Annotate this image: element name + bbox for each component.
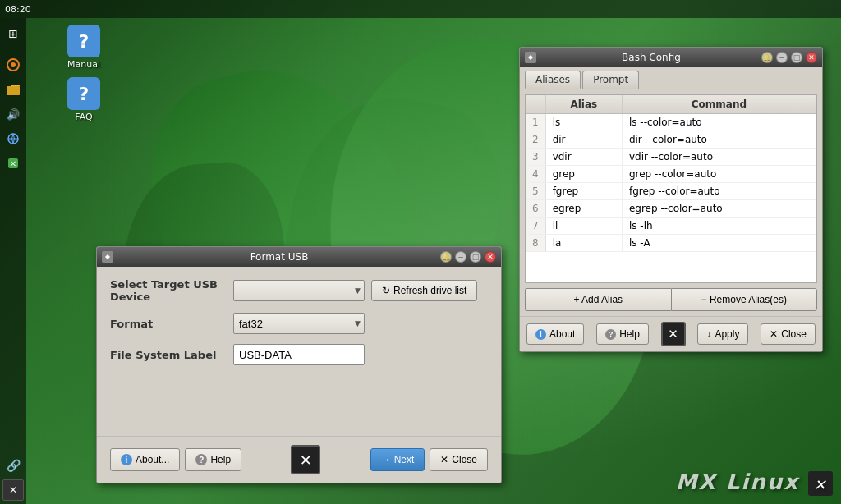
row-command: vdir --color=auto (622, 149, 816, 166)
help-label: Help (210, 454, 231, 465)
minimize-btn[interactable]: − (455, 251, 466, 263)
mx-logo-button[interactable]: ✕ (291, 445, 320, 474)
bash-help-icon: ? (605, 329, 616, 340)
format-usb-title: Format USB (118, 251, 440, 263)
bash-minimize-btn[interactable]: − (776, 52, 788, 63)
bash-close-window-button[interactable]: ✕ Close (761, 323, 816, 345)
table-row[interactable]: 5 fgrep fgrep --color=auto (526, 183, 816, 200)
bash-config-window: Bash Config 🔔 − □ ✕ Aliases Prompt Alias (519, 47, 823, 352)
bash-mx-x-icon: ✕ (668, 327, 678, 341)
format-usb-footer: i About... ? Help ✕ → Next ✕ (97, 436, 501, 483)
browser-button[interactable] (2, 54, 24, 76)
row-command: ls -lh (622, 218, 816, 235)
table-row[interactable]: 4 grep grep --color=auto (526, 166, 816, 183)
aliases-actions: + Add Alias − Remove Alias(es) (525, 288, 817, 311)
tab-prompt[interactable]: Prompt (582, 71, 639, 89)
col-num (526, 95, 545, 114)
about-button[interactable]: i About... (110, 448, 180, 471)
row-command: dir --color=auto (622, 131, 816, 149)
taskbar-left: ⊞ 🔊 ✕ 🔗 ✕ (0, 18, 26, 504)
table-row[interactable]: 2 dir dir --color=auto (526, 131, 816, 149)
sound-button[interactable]: 🔊 (2, 103, 24, 125)
bash-mx-logo-button[interactable]: ✕ (661, 322, 686, 346)
mx-bottom-button[interactable]: ✕ (2, 479, 24, 501)
aliases-content: Alias Command 1 ls ls --color=auto 2 dir… (520, 94, 822, 283)
aliases-table-wrapper[interactable]: Alias Command 1 ls ls --color=auto 2 dir… (525, 94, 817, 283)
tab-aliases[interactable]: Aliases (525, 71, 581, 89)
bash-notify-btn[interactable]: 🔔 (761, 52, 773, 63)
svg-text:✕: ✕ (813, 476, 827, 493)
bash-about-button[interactable]: i About (526, 323, 584, 345)
bash-apply-button[interactable]: ↓ Apply (697, 323, 748, 345)
row-command: ls -A (622, 235, 816, 252)
apps-button[interactable]: ⊞ (2, 23, 24, 44)
col-command: Command (622, 95, 816, 114)
bash-help-button[interactable]: ? Help (596, 323, 649, 345)
help-button[interactable]: ? Help (185, 448, 241, 471)
about-label: About... (136, 454, 169, 465)
format-usb-window: Format USB 🔔 − □ ✕ Select Target USB Dev… (96, 246, 502, 483)
bash-about-label: About (549, 328, 575, 340)
bash-maximize-btn[interactable]: □ (791, 52, 802, 63)
footer-left-buttons: i About... ? Help (110, 448, 241, 471)
format-row: Format fat32 (110, 313, 488, 334)
row-alias: egrep (545, 200, 622, 218)
files-button[interactable] (2, 79, 24, 100)
format-usb-titlebar[interactable]: Format USB 🔔 − □ ✕ (97, 247, 501, 267)
row-alias: ls (545, 114, 622, 131)
manual-label: Manual (67, 59, 100, 70)
target-device-row: Select Target USB Device ↻ Refresh drive… (110, 278, 488, 303)
bash-config-titlebar[interactable]: Bash Config 🔔 − □ ✕ (520, 48, 822, 67)
mx-linux-logo: MX Linux ✕ (676, 470, 833, 496)
add-alias-button[interactable]: + Add Alias (525, 288, 671, 311)
close-window-button[interactable]: ✕ Close (430, 448, 488, 471)
refresh-icon: ↻ (382, 285, 390, 296)
row-num: 3 (526, 149, 545, 166)
green-icon-button[interactable]: ✕ (2, 153, 24, 174)
maximize-btn[interactable]: □ (470, 251, 481, 263)
fs-label-input[interactable] (233, 344, 365, 365)
footer-center: ✕ (291, 445, 320, 474)
bash-config-controls: 🔔 − □ ✕ (761, 52, 817, 63)
close-btn[interactable]: ✕ (485, 251, 496, 263)
row-num: 2 (526, 131, 545, 149)
bash-close-btn[interactable]: ✕ (806, 52, 817, 63)
table-row[interactable]: 1 ls ls --color=auto (526, 114, 816, 131)
add-alias-label: + Add Alias (573, 294, 623, 305)
table-row[interactable]: 7 ll ls -lh (526, 218, 816, 235)
refresh-drive-list-button[interactable]: ↻ Refresh drive list (371, 280, 477, 301)
target-device-select-wrapper (233, 280, 365, 301)
taskbar-top: 08:20 (0, 0, 841, 18)
row-alias: grep (545, 166, 622, 183)
bash-apply-label: Apply (715, 328, 739, 340)
notify-btn[interactable]: 🔔 (440, 251, 452, 263)
next-icon: → (381, 454, 391, 465)
link-button[interactable]: 🔗 (2, 455, 24, 476)
row-num: 4 (526, 166, 545, 183)
network-button[interactable] (2, 128, 24, 149)
table-row[interactable]: 6 egrep egrep --color=auto (526, 200, 816, 218)
bash-info-icon: i (535, 329, 546, 340)
remove-alias-button[interactable]: − Remove Alias(es) (671, 288, 818, 311)
bash-help-label: Help (619, 328, 640, 340)
tabs-bar: Aliases Prompt (520, 67, 822, 89)
svg-rect-2 (7, 86, 20, 95)
svg-text:✕: ✕ (10, 159, 16, 168)
target-device-select[interactable] (233, 280, 365, 301)
manual-icon[interactable]: ? Manual (57, 25, 110, 70)
bash-title-icon (525, 52, 536, 63)
table-row[interactable]: 8 la ls -A (526, 235, 816, 252)
row-alias: dir (545, 131, 622, 149)
format-select[interactable]: fat32 (233, 313, 365, 334)
row-num: 8 (526, 235, 545, 252)
row-num: 6 (526, 200, 545, 218)
col-alias: Alias (545, 95, 622, 114)
bash-close-label: Close (781, 328, 807, 340)
svg-point-1 (11, 62, 16, 67)
manual-icon-img: ? (67, 25, 100, 57)
row-alias: fgrep (545, 183, 622, 200)
next-button[interactable]: → Next (370, 448, 425, 471)
mx-x-icon: ✕ (300, 451, 312, 469)
faq-icon[interactable]: ? FAQ (57, 77, 110, 122)
table-row[interactable]: 3 vdir vdir --color=auto (526, 149, 816, 166)
